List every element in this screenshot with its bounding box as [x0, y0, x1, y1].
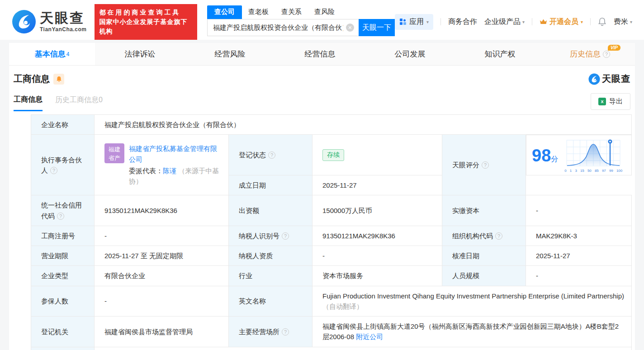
tianyancha-logo[interactable]: 天眼查 TianYanCha.com: [12, 9, 86, 34]
top-nav: 应用 ▾ 商务合作 企业级产品 ▾ 开通会员 ▾ 费米 ▾: [395, 14, 632, 30]
field-value-company-name: 福建产投启航股权投资合伙企业（有限合伙）: [95, 115, 632, 135]
field-value-english-name: Fujian Production Investment Qihang Equi…: [313, 286, 632, 317]
field-label-english-name: 英文名称: [229, 286, 313, 317]
field-label-taxpayer-quality: 纳税人资质: [229, 246, 313, 266]
tab-basic-info-label: 基本信息: [35, 49, 66, 59]
field-value-credit-code: 91350121MAK29K8K36: [95, 195, 229, 226]
field-label-contribution: 出资额: [229, 195, 313, 226]
field-label-managing-partner: 执行事务合伙人?: [31, 135, 95, 195]
watermark-text: 天眼查: [602, 73, 630, 85]
main-content: 基本信息 4 法律诉讼 经营风险 经营信息 公司发展 知识产权 VIP 历史信息…: [9, 43, 635, 350]
export-label: 导出: [609, 97, 623, 106]
search-tab-boss[interactable]: 查老板: [242, 8, 275, 19]
search-input[interactable]: [207, 19, 359, 36]
help-icon[interactable]: ?: [282, 232, 289, 240]
subtab-history-business-info[interactable]: 历史工商信息0: [55, 95, 103, 110]
field-value-company-type: 有限合伙企业: [95, 266, 229, 286]
tianyancha-logo-icon: [12, 9, 36, 34]
score-unit: 分: [551, 155, 558, 163]
divider: [590, 18, 591, 25]
tab-operation-info[interactable]: 经营信息: [275, 43, 365, 65]
export-button[interactable]: x 导出: [591, 93, 630, 110]
table-row: 经营范围? 一般项目：以私募基金从事股权投资、投资管理、资产管理等活动（须在中国…: [31, 347, 632, 350]
chevron-down-icon: ▾: [522, 19, 525, 24]
status-badge: 存续: [322, 149, 344, 161]
subscribe-bell-icon[interactable]: [53, 74, 64, 85]
promo-line2: 国家中小企业发展子基金旗下机构: [99, 17, 193, 36]
open-vip-button[interactable]: 开通会员 ▾: [540, 17, 583, 27]
help-icon[interactable]: ?: [50, 167, 57, 174]
help-icon[interactable]: ?: [603, 51, 610, 58]
field-value-tianyan-score[interactable]: 98分: [526, 135, 632, 175]
field-label-staff-size: 人员规模: [442, 266, 526, 286]
subtab-history-label: 历史工商信息: [55, 96, 99, 104]
field-value-reg-number: -: [95, 226, 229, 246]
help-icon[interactable]: ?: [482, 161, 489, 169]
subtab-business-info[interactable]: 工商信息: [14, 95, 43, 111]
field-label-org-code: 组织机构代码?: [442, 226, 526, 246]
notification-bell-icon[interactable]: [598, 17, 606, 26]
apps-menu-button[interactable]: 应用 ▾: [395, 14, 433, 30]
tab-legal-label: 法律诉讼: [125, 49, 156, 59]
help-icon[interactable]: ?: [282, 328, 289, 336]
help-icon[interactable]: ?: [57, 213, 64, 220]
crown-icon: [540, 19, 547, 25]
partner-avatar[interactable]: 福建 省产: [104, 143, 124, 163]
score-value: 98: [532, 146, 551, 165]
field-label-reg-authority: 登记机关: [31, 317, 95, 347]
table-row: 登记机关 福建省闽侯县市场监督管理局 主要经营场所? 福建省闽侯县上街镇高新大道…: [31, 317, 632, 347]
page-title: 工商信息: [14, 73, 50, 85]
user-menu[interactable]: 费米 ▾: [614, 17, 632, 27]
clear-icon[interactable]: ✕: [346, 24, 354, 32]
field-value-managing-partner: 福建 省产 福建省产投私募基金管理有限公司 委派代表：陈谨 （来源于中基协）: [95, 135, 229, 195]
field-value-taxpayer-id: 91350121MAK29K8K36: [313, 226, 442, 246]
search-tab-company[interactable]: 查公司: [207, 5, 242, 19]
nearby-companies-link[interactable]: 附近公司: [356, 333, 383, 341]
field-label-reg-number: 工商注册号: [31, 226, 95, 246]
search-button[interactable]: 天眼一下: [359, 19, 395, 36]
nav-enterprise-products[interactable]: 企业级产品 ▾: [484, 17, 525, 27]
rep-name-link[interactable]: 陈谨: [163, 167, 176, 175]
search-tabs: 查公司 查老板 查关系 查风险: [207, 7, 395, 19]
field-value-contribution: 150000万人民币: [313, 195, 442, 226]
tab-basic-info[interactable]: 基本信息 4: [9, 43, 95, 65]
field-value-establish-date: 2025-11-27: [313, 175, 442, 195]
field-label-company-name: 企业名称: [31, 115, 95, 135]
table-row: 执行事务合伙人? 福建 省产 福建省产投私募基金管理有限公司 委派代表：陈谨 （…: [31, 135, 632, 175]
brand-domain: TianYanCha.com: [40, 27, 86, 32]
chevron-down-icon: ▾: [630, 19, 632, 24]
apps-grid-icon: [399, 18, 407, 25]
tab-company-development[interactable]: 公司发展: [365, 43, 455, 65]
chevron-down-icon: ▾: [426, 19, 429, 24]
nav-cooperation[interactable]: 商务合作: [448, 17, 477, 27]
help-icon[interactable]: ?: [495, 232, 502, 240]
promo-banner: 都在用的商业查询工具 国家中小企业发展子基金旗下机构: [95, 4, 197, 40]
field-value-business-term: 2025-11-27 至 无固定期限: [95, 246, 229, 266]
field-label-reg-status: 登记状态?: [229, 135, 313, 175]
tab-operation-risk[interactable]: 经营风险: [185, 43, 275, 65]
tab-intellectual-property[interactable]: 知识产权: [455, 43, 545, 65]
search-tab-relation[interactable]: 查关系: [275, 8, 308, 19]
divider: [440, 18, 441, 25]
tab-history-label: 历史信息: [570, 49, 601, 59]
subtab-row: 工商信息 历史工商信息0 x 导出: [9, 87, 635, 113]
field-label-taxpayer-id: 纳税人识别号?: [229, 226, 313, 246]
field-label-business-scope: 经营范围?: [31, 347, 95, 350]
field-value-business-address: 福建省闽侯县上街镇高新大道20号（福州高新区海西高新技术产业园创新园三期A地块）…: [313, 317, 632, 347]
tianyancha-watermark-icon: [588, 73, 600, 85]
field-label-establish-date: 成立日期: [229, 175, 313, 195]
search-tab-risk[interactable]: 查风险: [308, 8, 341, 19]
table-row: 企业类型 有限合伙企业 行业 资本市场服务 人员规模 -: [31, 266, 632, 286]
promo-line1: 都在用的商业查询工具: [99, 8, 193, 17]
rep-label: 委派代表：: [129, 167, 163, 175]
tab-history-info[interactable]: VIP 历史信息 ?: [545, 43, 635, 65]
help-icon[interactable]: ?: [268, 151, 275, 159]
partner-company-link[interactable]: 福建省产投私募基金管理有限公司: [129, 145, 217, 163]
vip-badge: VIP: [608, 45, 620, 51]
business-info-table: 企业名称 福建产投启航股权投资合伙企业（有限合伙） 执行事务合伙人? 福建 省产…: [31, 114, 632, 350]
tab-legal-proceedings[interactable]: 法律诉讼: [95, 43, 185, 65]
top-header: 天眼查 TianYanCha.com 都在用的商业查询工具 国家中小企业发展子基…: [0, 0, 644, 40]
tab-development-label: 公司发展: [395, 49, 426, 59]
excel-icon: x: [598, 98, 606, 105]
field-value-insured-count: -: [95, 286, 229, 317]
